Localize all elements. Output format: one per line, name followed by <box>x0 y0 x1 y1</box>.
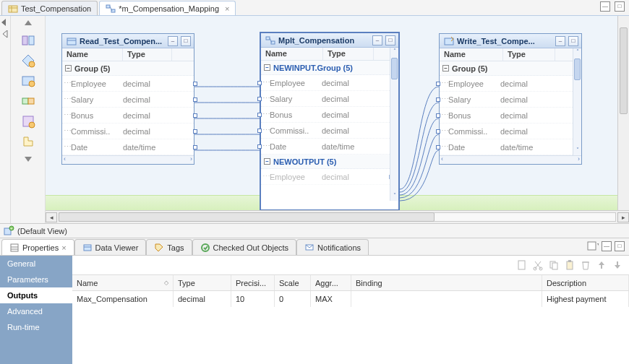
scroll-thumb[interactable] <box>620 27 628 114</box>
collapse-icon-2[interactable] <box>1 30 9 40</box>
input-port[interactable] <box>257 129 262 133</box>
cell-description[interactable]: Highest payment <box>542 291 629 307</box>
move-down-icon[interactable] <box>612 259 623 271</box>
maximize-icon[interactable]: □ <box>615 241 625 251</box>
cell-precision[interactable]: 10 <box>231 291 275 307</box>
tx-read-test-compensation[interactable]: Read_Test_Compen... – □ Name Type −Group… <box>61 33 194 165</box>
tab-tags[interactable]: Tags <box>146 239 192 255</box>
paste-icon[interactable] <box>564 259 575 271</box>
tx-field[interactable]: ⋯Bonusdecimal <box>440 108 573 124</box>
tx-field[interactable]: ⋯Datedate/time <box>440 139 573 155</box>
col-description[interactable]: Description <box>542 275 629 290</box>
scroll-down-icon[interactable]: ˅ <box>390 192 398 201</box>
sidebar-item-advanced[interactable]: Advanced <box>0 303 72 319</box>
sidebar-item-outputs[interactable]: Outputs <box>0 287 72 303</box>
scroll-thumb[interactable] <box>59 212 435 222</box>
scroll-up-icon[interactable] <box>25 20 32 25</box>
cut-icon[interactable] <box>532 259 544 271</box>
input-port[interactable] <box>257 81 262 85</box>
scroll-up-icon[interactable]: ˄ <box>573 48 581 57</box>
tx-field[interactable]: ⋯Datedate/time <box>62 139 194 155</box>
scroll-right-icon[interactable]: › <box>190 155 192 162</box>
canvas-vscroll[interactable] <box>617 16 629 210</box>
maximize-icon[interactable]: □ <box>181 36 191 46</box>
tx-vscroll[interactable]: ˄ ˅ <box>573 48 581 155</box>
tab-notifications[interactable]: Notifications <box>296 239 369 255</box>
input-port[interactable] <box>436 145 440 150</box>
tx-field[interactable]: ⋯Salarydecimal <box>62 92 194 108</box>
tx-write-test-compensation[interactable]: Write_Test_Compe... – □ Name Type −Group… <box>439 33 582 165</box>
maximize-icon[interactable]: □ <box>615 1 625 12</box>
scroll-down-icon[interactable]: ˅ <box>573 147 581 155</box>
tab-data-viewer[interactable]: Data Viewer <box>74 239 147 255</box>
tx-group-input[interactable]: −NEWINPUT.Group (5) <box>261 61 390 75</box>
scroll-right-icon[interactable]: › <box>578 155 580 162</box>
scroll-down-icon[interactable] <box>25 157 32 162</box>
palette-tool-2[interactable] <box>20 53 36 69</box>
output-port[interactable] <box>193 82 197 86</box>
scroll-right-icon[interactable]: ▸ <box>617 212 629 222</box>
view-label[interactable]: (Default View) <box>17 227 67 235</box>
output-port[interactable] <box>193 98 197 102</box>
tab-properties[interactable]: Properties × <box>1 239 74 255</box>
sidebar-item-run-time[interactable]: Run-time <box>0 319 72 335</box>
new-icon[interactable] <box>516 259 528 271</box>
tx-header[interactable]: Mplt_Compensation – □ <box>261 33 398 48</box>
output-port[interactable] <box>193 145 197 150</box>
tx-field[interactable]: ⋯Datedate/time <box>261 139 390 155</box>
mapping-canvas[interactable]: Read_Test_Compen... – □ Name Type −Group… <box>46 16 629 223</box>
col-aggregation[interactable]: Aggr... <box>311 275 351 290</box>
tx-field[interactable]: ⋯Employeedecimal <box>62 76 194 92</box>
input-port[interactable] <box>436 98 440 102</box>
tx-hscroll[interactable]: ‹› <box>440 155 581 164</box>
iconify-icon[interactable]: – <box>555 36 565 46</box>
scroll-left-icon[interactable]: ‹ <box>441 155 443 162</box>
col-precision[interactable]: Precisi... <box>231 275 275 290</box>
tx-field[interactable]: ⋯Employeedecimal <box>261 75 390 91</box>
col-scale[interactable]: Scale <box>275 275 311 290</box>
editor-tab-test-compensation[interactable]: Test_Compensation <box>1 1 98 15</box>
tx-mplt-compensation[interactable]: Mplt_Compensation – □ Name Type −NEWINPU… <box>260 32 400 211</box>
sidebar-item-general[interactable]: General <box>0 256 72 272</box>
view-menu-icon[interactable] <box>587 241 599 254</box>
iconify-icon[interactable]: – <box>168 36 178 46</box>
tx-field[interactable]: ⋯Salarydecimal <box>440 92 573 108</box>
scroll-up-icon[interactable]: ˄ <box>390 48 398 56</box>
tx-field[interactable]: ⋯Commissi..decimal <box>440 124 573 139</box>
input-port[interactable] <box>257 144 262 149</box>
move-up-icon[interactable] <box>596 259 607 271</box>
tx-field[interactable]: ⋯Bonusdecimal <box>261 107 390 123</box>
tx-field[interactable]: ⋯Employeedecimal <box>261 169 390 185</box>
minimize-icon[interactable]: — <box>602 241 612 251</box>
cell-type[interactable]: decimal <box>174 291 231 307</box>
palette-tool-3[interactable] <box>20 73 36 89</box>
tx-field[interactable]: ⋯Employeedecimal <box>440 76 573 92</box>
input-port[interactable] <box>436 82 440 86</box>
cell-name[interactable]: Max_Compensation <box>72 291 174 307</box>
scroll-left-icon[interactable]: ‹ <box>64 155 66 162</box>
close-icon[interactable]: × <box>222 4 229 13</box>
input-port[interactable] <box>257 113 262 117</box>
grid-row[interactable]: Max_Compensation decimal 10 0 MAX Highes… <box>72 291 629 307</box>
sort-icon[interactable]: ◇ <box>164 280 168 286</box>
delete-icon[interactable] <box>580 259 591 271</box>
copy-icon[interactable] <box>548 259 560 271</box>
output-port[interactable] <box>193 113 197 118</box>
editor-tab-m-compensation-mapping[interactable]: *m_Compensation_Mapping × <box>99 1 236 15</box>
tx-header[interactable]: Write_Test_Compe... – □ <box>440 34 581 48</box>
minimize-icon[interactable]: — <box>600 1 610 12</box>
tx-hscroll[interactable]: ‹› <box>62 155 194 164</box>
collapse-toggle-icon[interactable]: − <box>264 64 270 71</box>
cell-aggregation[interactable]: MAX <box>311 291 351 307</box>
tab-checked-out-objects[interactable]: Checked Out Objects <box>192 239 297 255</box>
col-name[interactable]: Name◇ <box>72 275 174 290</box>
palette-tool-1[interactable] <box>20 32 36 48</box>
iconify-icon[interactable]: – <box>372 35 382 46</box>
output-port[interactable] <box>193 129 197 134</box>
tx-header[interactable]: Read_Test_Compen... – □ <box>62 34 194 48</box>
tx-group-output[interactable]: −NEWOUTPUT (5) <box>261 155 390 169</box>
col-binding[interactable]: Binding <box>351 275 542 290</box>
scroll-thumb[interactable] <box>574 58 581 80</box>
maximize-icon[interactable]: □ <box>568 36 578 46</box>
tx-group[interactable]: −Group (5) <box>62 61 194 76</box>
